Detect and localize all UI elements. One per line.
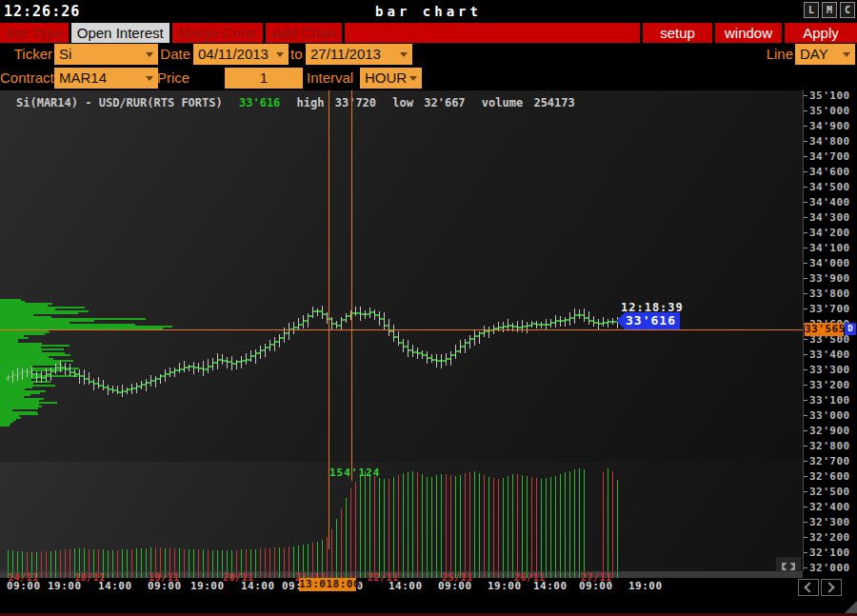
open-tick	[86, 378, 89, 380]
chevron-right-icon	[824, 582, 834, 592]
volume-bar	[550, 477, 551, 571]
price-axis-tick	[804, 156, 807, 157]
price-axis-tick	[804, 110, 807, 111]
date-to-select[interactable]: 27/11/2013	[306, 44, 412, 65]
open-tick	[229, 361, 231, 363]
open-tick	[76, 373, 79, 375]
price-axis-tick	[804, 461, 807, 462]
time-label: 09:00	[7, 580, 41, 592]
low-value: 32'667	[424, 96, 465, 109]
price-axis-tick	[804, 278, 807, 279]
open-tick	[124, 390, 127, 392]
volume-bar	[155, 547, 156, 571]
interval-label: Interval	[307, 67, 358, 89]
volume-tick-strip	[0, 571, 803, 578]
volume-bar	[298, 546, 299, 571]
volume-bar	[74, 548, 75, 571]
volume-bar	[431, 477, 432, 571]
open-tick	[543, 324, 546, 326]
volume-pane[interactable]	[0, 462, 803, 571]
open-tick	[338, 325, 341, 327]
window-button-l[interactable]: L	[804, 2, 819, 18]
open-tick	[224, 360, 227, 362]
ohlc-bar	[70, 364, 70, 376]
volume-bar	[603, 472, 604, 571]
open-tick	[5, 378, 8, 380]
volume-strip-tick	[408, 572, 409, 578]
open-tick	[567, 319, 569, 321]
ohlc-bar	[393, 325, 394, 342]
interval-select[interactable]: HOUR	[360, 68, 422, 89]
volume-bar	[203, 549, 204, 571]
volume-strip-tick	[498, 572, 499, 578]
date-from-select[interactable]: 04/11/2013	[193, 44, 289, 65]
volume-bar	[341, 508, 342, 571]
window-button-m[interactable]: M	[822, 2, 837, 18]
window-button-c[interactable]: C	[840, 2, 855, 18]
price-scale-input[interactable]: 1	[225, 68, 303, 89]
volume-bar	[350, 488, 351, 571]
volume-strip-tick	[474, 572, 475, 578]
scroll-left-button[interactable]	[798, 579, 819, 596]
open-tick	[200, 368, 203, 369]
volume-bar	[541, 479, 542, 571]
price-axis-tick-label: 32'700	[809, 455, 850, 467]
volume-bar	[112, 550, 113, 571]
price-axis-tick	[804, 126, 807, 127]
volume-strip-tick	[479, 572, 480, 578]
menu-item-window[interactable]: window	[715, 23, 782, 43]
price-pane[interactable]	[0, 90, 803, 462]
menu-item-bar-type[interactable]: Bar Type	[0, 23, 69, 43]
volume-strip-tick	[284, 572, 285, 578]
open-tick	[119, 391, 122, 393]
line-select[interactable]: DAY	[795, 44, 855, 65]
profile-bar	[0, 425, 10, 427]
crosshair-hline[interactable]	[0, 329, 803, 330]
price-axis-tick-label: 34'700	[809, 150, 850, 163]
volume-strip-tick	[255, 572, 256, 578]
chevron-down-icon	[409, 76, 417, 81]
menu-item-add-chart[interactable]: Add Chart	[266, 23, 342, 43]
open-tick	[462, 346, 465, 348]
volume-strip-tick	[569, 572, 570, 578]
price-axis-tick-label: 32'400	[809, 501, 850, 513]
crosshair-vline-1[interactable]	[329, 90, 329, 549]
open-tick	[348, 315, 350, 317]
menu-item-merge-contr[interactable]: Merge Contr	[172, 23, 263, 43]
crosshair-vline-2[interactable]	[351, 90, 352, 481]
menu-item-setup[interactable]: setup	[643, 23, 712, 43]
apply-button[interactable]: Apply	[785, 23, 857, 43]
ticker-select[interactable]: Si	[54, 44, 158, 65]
volume-bar	[189, 549, 189, 571]
volume-bar	[193, 549, 194, 571]
ohlc-bar	[31, 367, 32, 378]
price-axis-tick-label: 34'800	[809, 135, 850, 148]
scroll-right-button[interactable]	[821, 579, 842, 596]
price-axis-tick-label: 33'100	[809, 394, 850, 407]
ohlc-bar	[103, 380, 104, 389]
price-axis-tick	[804, 187, 807, 188]
volume-strip-tick	[289, 572, 289, 578]
contract-label: Contract	[0, 67, 52, 89]
open-tick	[186, 367, 189, 368]
open-tick	[528, 325, 531, 327]
time-label: 09:00	[579, 580, 613, 592]
open-tick	[548, 324, 550, 326]
volume-strip-tick	[184, 572, 185, 578]
volume-bar	[60, 550, 61, 571]
open-tick	[252, 355, 255, 357]
open-tick	[81, 375, 84, 377]
contract-select[interactable]: MAR14	[54, 68, 158, 89]
volume-bar	[27, 551, 28, 571]
open-tick	[205, 368, 208, 370]
volume-bar	[246, 549, 247, 571]
time-label: 14:00	[98, 580, 132, 592]
menu-item-open-interest[interactable]: Open Interest	[71, 23, 169, 43]
open-tick	[486, 330, 488, 332]
to-label: to	[290, 43, 305, 66]
open-tick	[557, 320, 560, 322]
volume-strip-tick	[412, 572, 413, 578]
open-tick	[171, 371, 174, 373]
low-label: low	[392, 96, 413, 109]
volume-strip-tick	[279, 572, 280, 578]
